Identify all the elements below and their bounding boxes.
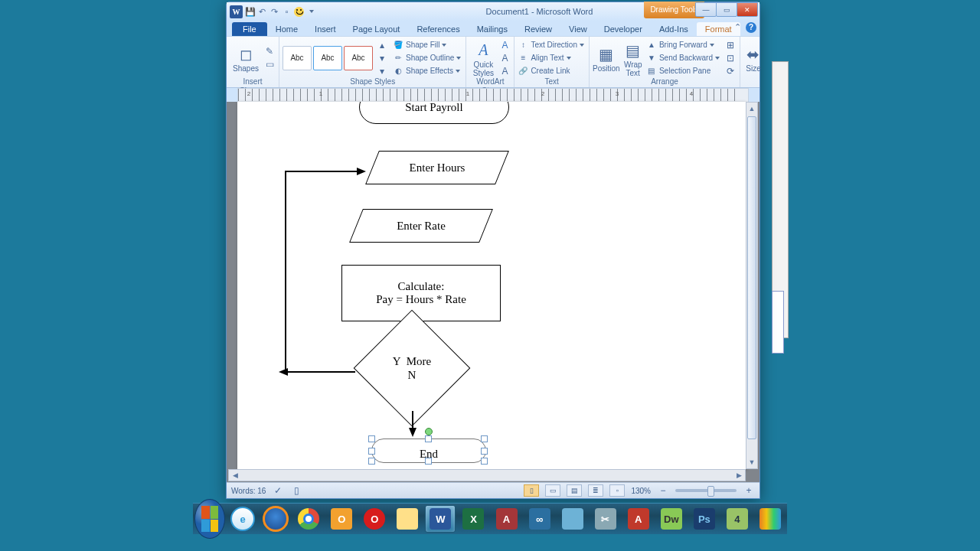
create-link-button[interactable]: 🔗Create Link [518, 65, 586, 77]
zoom-in-button[interactable]: + [743, 484, 755, 497]
resize-handle-se[interactable] [481, 458, 488, 465]
resize-handle-s[interactable] [425, 458, 432, 465]
shape-style-3[interactable]: Abc [344, 46, 373, 70]
qat-dropdown-icon[interactable] [306, 7, 316, 17]
resize-handle-sw[interactable] [368, 458, 375, 465]
quick-styles-button[interactable]: A Quick Styles [469, 39, 497, 77]
taskbar-notepad4[interactable]: 4 [722, 505, 753, 533]
taskbar-opera[interactable]: O [359, 505, 390, 533]
taskbar-reader[interactable]: A [623, 505, 654, 533]
resize-handle-w[interactable] [368, 448, 375, 455]
tab-developer[interactable]: Developer [596, 22, 651, 36]
zoom-out-button[interactable]: − [657, 484, 669, 497]
new-icon[interactable]: ▫ [282, 7, 292, 17]
tab-insert[interactable]: Insert [306, 22, 345, 36]
scroll-up-icon[interactable]: ▲ [746, 103, 757, 115]
resize-handle-ne[interactable] [481, 435, 488, 442]
tab-review[interactable]: Review [516, 22, 560, 36]
flowchart-end-terminator-selected[interactable]: End [371, 439, 485, 461]
undo-icon[interactable]: ↶ [257, 7, 267, 17]
shape-fill-button[interactable]: 🪣Shape Fill [393, 39, 462, 51]
flowchart-process-calculate[interactable]: Calculate: Pay = Hours * Rate [341, 265, 501, 321]
word-app-icon[interactable]: W [230, 5, 243, 18]
taskbar-notepad[interactable] [557, 505, 588, 533]
selection-pane-button[interactable]: ▤Selection Pane [646, 65, 721, 77]
group-icon[interactable]: ⊡ [724, 52, 737, 64]
maximize-button[interactable]: ▭ [716, 2, 737, 17]
web-layout-view-button[interactable]: ▤ [567, 484, 582, 497]
taskbar-access[interactable]: A [492, 505, 522, 533]
tab-references[interactable]: References [408, 22, 468, 36]
text-outline-icon[interactable]: A [498, 52, 511, 64]
tab-view[interactable]: View [560, 22, 596, 36]
align-icon[interactable]: ⊞ [724, 39, 737, 51]
text-fill-icon[interactable]: A [498, 39, 511, 51]
tab-page-layout[interactable]: Page Layout [345, 22, 409, 36]
shape-style-1[interactable]: Abc [283, 46, 312, 70]
resize-handle-nw[interactable] [368, 435, 375, 442]
horizontal-ruler[interactable]: 2 1 1 2 3 4 [237, 88, 749, 103]
taskbar-firefox[interactable] [260, 505, 291, 533]
text-box-icon[interactable]: ▭ [263, 58, 276, 70]
tab-file[interactable]: File [232, 22, 267, 36]
align-text-button[interactable]: ≡Align Text [518, 52, 586, 64]
rotate-icon[interactable]: ⟳ [724, 65, 737, 77]
flowchart-decision-more[interactable]: Y More N [354, 325, 470, 411]
redo-icon[interactable]: ↷ [270, 7, 279, 17]
minimize-ribbon-icon[interactable]: ⌃ [733, 22, 743, 32]
taskbar-word[interactable]: W [425, 505, 456, 533]
draft-view-button[interactable]: ▫ [609, 484, 625, 497]
save-icon[interactable]: 💾 [245, 7, 255, 17]
bring-forward-button[interactable]: ▲Bring Forward [646, 39, 721, 51]
taskbar-snip[interactable]: ✂ [590, 505, 621, 533]
horizontal-scrollbar[interactable]: ◀ ▶ [228, 469, 746, 481]
macro-icon[interactable]: ▯ [290, 484, 302, 497]
vertical-scrollbar[interactable]: ▲ ▼ [746, 102, 758, 469]
tab-mailings[interactable]: Mailings [469, 22, 516, 36]
send-backward-button[interactable]: ▼Send Backward [646, 52, 721, 64]
resize-handle-n[interactable] [425, 435, 432, 442]
taskbar-chrome[interactable] [293, 505, 324, 533]
position-button[interactable]: ▦ Position [593, 43, 620, 73]
flowchart-start-terminator[interactable]: Start Payroll [359, 102, 509, 124]
size-button[interactable]: ⬌ Size [743, 43, 763, 73]
taskbar-movie[interactable] [755, 505, 786, 533]
zoom-slider[interactable] [675, 489, 737, 492]
shape-outline-button[interactable]: ✏Shape Outline [393, 52, 462, 64]
flowchart-input-hours[interactable]: Enter Hours [372, 151, 502, 184]
shape-style-2[interactable]: Abc [313, 46, 342, 70]
wrap-text-button[interactable]: ▤ Wrap Text [622, 39, 645, 77]
spell-check-icon[interactable]: ✓ [272, 484, 284, 497]
minimize-button[interactable]: — [695, 2, 717, 17]
taskbar-ie[interactable]: e [227, 505, 258, 533]
taskbar-app[interactable]: ∞ [524, 505, 555, 533]
taskbar-photoshop[interactable]: Ps [689, 505, 720, 533]
scroll-left-icon[interactable]: ◀ [229, 470, 241, 481]
tab-home[interactable]: Home [267, 22, 306, 36]
gallery-up-icon[interactable]: ▴ [376, 39, 388, 51]
print-layout-view-button[interactable]: ▯ [524, 484, 539, 497]
zoom-slider-thumb[interactable] [707, 486, 714, 497]
shape-effects-button[interactable]: ◐Shape Effects [393, 65, 462, 77]
rotation-handle[interactable] [425, 428, 433, 435]
scroll-down-icon[interactable]: ▼ [746, 456, 757, 468]
taskbar-outlook[interactable]: O [326, 505, 357, 533]
text-effects-icon[interactable]: A [498, 65, 511, 77]
tab-addins[interactable]: Add-Ins [651, 22, 697, 36]
word-count[interactable]: Words: 16 [231, 487, 266, 495]
flowchart-input-rate[interactable]: Enter Rate [356, 209, 486, 243]
taskbar-excel[interactable]: X [458, 505, 488, 533]
taskbar-dreamweaver[interactable]: Dw [656, 505, 687, 533]
taskbar-explorer[interactable] [392, 505, 423, 533]
gallery-down-icon[interactable]: ▾ [376, 52, 388, 64]
help-icon[interactable]: ? [746, 22, 756, 33]
start-button[interactable] [194, 504, 225, 534]
edit-shape-icon[interactable]: ✎ [263, 45, 276, 57]
gallery-more-icon[interactable]: ▾ [376, 65, 388, 77]
scroll-right-icon[interactable]: ▶ [733, 470, 745, 481]
vertical-scroll-thumb[interactable] [747, 116, 756, 439]
resize-handle-e[interactable] [481, 448, 488, 455]
outline-view-button[interactable]: ≣ [588, 484, 603, 497]
close-button[interactable]: ✕ [737, 2, 758, 17]
shapes-button[interactable]: ◻ Shapes [230, 43, 262, 73]
